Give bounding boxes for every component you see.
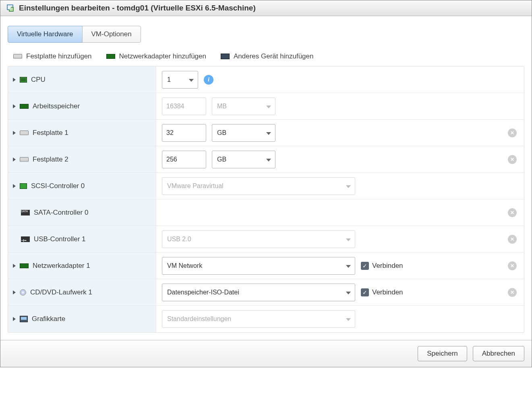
gpu-settings-value: Standardeinstellungen [167, 315, 231, 323]
row-nic: Netzwerkadapter 1 VM Network ✓ Verbinden [8, 253, 524, 279]
usb-label: USB-Controller 1 [34, 235, 86, 243]
cpu-count-select[interactable]: 1 [162, 71, 198, 89]
nic-network-select[interactable]: VM Network [162, 257, 355, 275]
add-other-label: Anderes Gerät hinzufügen [234, 52, 313, 60]
row-sata: SATA SATA-Controller 0 [8, 199, 524, 226]
cpu-label: CPU [31, 76, 46, 84]
chevron-down-icon [346, 318, 351, 321]
expand-icon[interactable] [13, 131, 16, 135]
label-cell-nic: Netzwerkadapter 1 [8, 253, 156, 279]
row-cpu: CPU 1 i [8, 66, 524, 93]
cdrom-connect-label: Verbinden [372, 288, 403, 296]
disk1-unit-value: GB [217, 129, 226, 137]
save-button[interactable]: Speichern [418, 346, 467, 361]
cdrom-connect-checkbox[interactable]: ✓ Verbinden [361, 288, 403, 296]
scsi-type-value: VMware Paravirtual [167, 182, 224, 190]
disk2-size-input[interactable] [162, 151, 206, 168]
chevron-down-icon [266, 132, 271, 135]
memory-label: Arbeitsspeicher [33, 102, 80, 110]
add-network-adapter-button[interactable]: Netzwerkadapter hinzufügen [106, 52, 206, 60]
row-disk1: Festplatte 1 GB [8, 120, 524, 146]
cdrom-source-select[interactable]: Datenspeicher-ISO-Datei [162, 284, 355, 301]
gpu-settings-select[interactable]: Standardeinstellungen [162, 310, 355, 328]
edit-settings-dialog: Einstellungen bearbeiten - tomdg01 (Virt… [0, 0, 532, 367]
info-icon[interactable]: i [204, 75, 213, 85]
expand-icon[interactable] [13, 290, 16, 294]
remove-disk1-button[interactable] [508, 128, 517, 137]
expand-icon[interactable] [13, 157, 16, 162]
hdd-icon [20, 130, 29, 135]
remove-sata-button[interactable] [508, 208, 517, 217]
nic-connect-label: Verbinden [372, 262, 403, 270]
value-cell-usb: USB 2.0 [156, 226, 524, 252]
toolbar: Festplatte hinzufügen Netzwerkadapter hi… [8, 52, 524, 66]
nic-network-value: VM Network [167, 262, 202, 269]
expand-icon[interactable] [13, 317, 16, 321]
usb-icon [21, 236, 30, 242]
memory-unit-value: MB [217, 103, 227, 110]
scsi-label: SCSI-Controller 0 [31, 182, 85, 190]
label-cell-disk1: Festplatte 1 [8, 120, 156, 146]
ram-icon [20, 104, 29, 109]
tabs: Virtuelle Hardware VM-Optionen [8, 26, 524, 43]
disk1-unit-select[interactable]: GB [212, 124, 275, 142]
disk2-unit-select[interactable]: GB [212, 151, 275, 168]
nic-icon [20, 263, 29, 268]
label-cell-scsi: SCSI-Controller 0 [8, 173, 156, 199]
checkbox-checked-icon: ✓ [361, 262, 369, 270]
add-nic-label: Netzwerkadapter hinzufügen [119, 52, 206, 60]
disk1-size-input[interactable] [162, 124, 206, 142]
memory-unit-select[interactable]: MB [212, 97, 275, 115]
row-cdrom: CD/DVD-Laufwerk 1 Datenspeicher-ISO-Date… [8, 279, 524, 306]
usb-type-select[interactable]: USB 2.0 [162, 230, 355, 248]
expand-icon[interactable] [13, 78, 16, 82]
value-cell-memory: MB [156, 93, 524, 119]
remove-cdrom-button[interactable] [508, 288, 517, 297]
title-bar: Einstellungen bearbeiten - tomdg01 (Virt… [0, 0, 532, 16]
sata-icon: SATA [21, 210, 30, 215]
expand-icon[interactable] [13, 184, 16, 188]
row-gpu: Grafikkarte Standardeinstellungen [8, 306, 524, 332]
remove-usb-button[interactable] [508, 235, 517, 244]
usb-type-value: USB 2.0 [167, 236, 191, 243]
remove-nic-button[interactable] [508, 261, 517, 270]
hdd-icon [13, 54, 22, 59]
dialog-footer: Speichern Abbrechen [0, 340, 532, 367]
row-disk2: Festplatte 2 GB [8, 146, 524, 173]
chevron-down-icon [189, 79, 194, 81]
value-cell-gpu: Standardeinstellungen [156, 306, 524, 332]
tab-vm-options[interactable]: VM-Optionen [82, 26, 141, 43]
scsi-type-select[interactable]: VMware Paravirtual [162, 177, 355, 195]
value-cell-cdrom: Datenspeicher-ISO-Datei ✓ Verbinden [156, 279, 524, 305]
gpu-label: Grafikkarte [32, 315, 65, 323]
scsi-icon [20, 183, 27, 189]
nic-icon [106, 54, 115, 59]
add-other-device-button[interactable]: Anderes Gerät hinzufügen [221, 52, 313, 60]
value-cell-nic: VM Network ✓ Verbinden [156, 253, 524, 279]
remove-disk2-button[interactable] [508, 155, 517, 164]
chevron-down-icon [266, 105, 271, 108]
content-area: Virtuelle Hardware VM-Optionen Festplatt… [0, 16, 532, 340]
label-cell-memory: Arbeitsspeicher [8, 93, 156, 119]
tab-virtual-hardware[interactable]: Virtuelle Hardware [8, 26, 83, 43]
label-cell-gpu: Grafikkarte [8, 306, 156, 332]
value-cell-disk1: GB [156, 120, 524, 146]
add-hard-disk-button[interactable]: Festplatte hinzufügen [13, 52, 92, 60]
vm-icon [6, 4, 15, 12]
expand-icon[interactable] [13, 104, 16, 108]
add-hard-disk-label: Festplatte hinzufügen [26, 52, 92, 60]
value-cell-scsi: VMware Paravirtual [156, 173, 524, 199]
cdrom-source-value: Datenspeicher-ISO-Datei [167, 289, 239, 296]
device-icon [221, 54, 230, 59]
gpu-icon [20, 316, 28, 322]
dialog-title: Einstellungen bearbeiten - tomdg01 (Virt… [19, 4, 256, 12]
sata-label: SATA-Controller 0 [34, 209, 88, 217]
row-memory: Arbeitsspeicher MB [8, 93, 524, 120]
nic-connect-checkbox[interactable]: ✓ Verbinden [361, 262, 403, 270]
cdrom-label: CD/DVD-Laufwerk 1 [30, 288, 92, 296]
hardware-grid: CPU 1 i Arbeitsspeicher [8, 66, 524, 333]
cancel-button[interactable]: Abbrechen [473, 346, 524, 361]
expand-icon[interactable] [13, 264, 16, 268]
memory-input[interactable] [162, 97, 206, 115]
cpu-count-value: 1 [167, 76, 171, 83]
